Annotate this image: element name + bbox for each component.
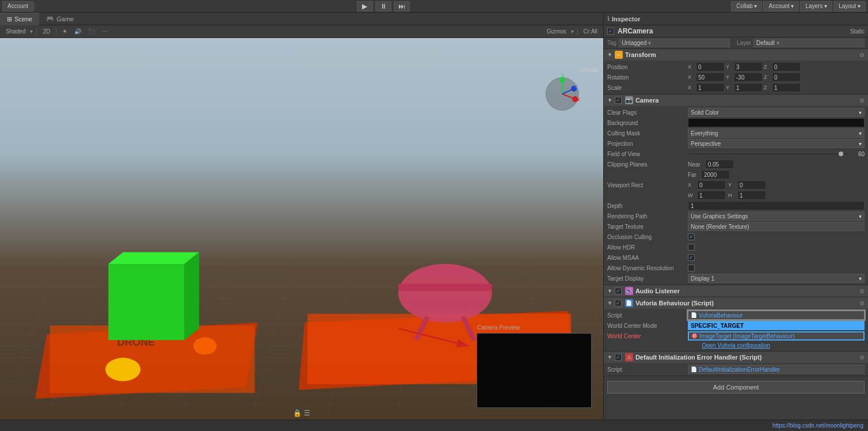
- camera-enable-checkbox[interactable]: ✓: [615, 97, 622, 104]
- collab-btn[interactable]: Collab ▾: [731, 1, 762, 12]
- shade-dropdown-arrow[interactable]: ▾: [30, 28, 33, 35]
- culling-mask-text: Everything: [691, 130, 718, 137]
- transform-component: ▼ ⇔ Transform ⚙ Position X Y: [604, 49, 868, 94]
- hidden-icon[interactable]: ⋯: [100, 28, 110, 35]
- audio-listener-header[interactable]: ▼ ✓ 🔊 Audio Listener ⚙: [604, 285, 868, 297]
- gizmos-arrow[interactable]: ▾: [571, 28, 574, 35]
- sep1: [36, 28, 37, 36]
- error-enable-checkbox[interactable]: ✓: [615, 354, 622, 361]
- scale-label: Scale: [607, 85, 688, 91]
- world-center-ref-field[interactable]: 🎯 ImageTarget (ImageTargetBehaviour): [688, 331, 865, 341]
- layer-value-field[interactable]: Default ▾: [753, 39, 865, 47]
- scene-viewport[interactable]: DRONE: [0, 38, 603, 419]
- pos-y-field[interactable]: [734, 62, 763, 71]
- camera-menu-icon[interactable]: ⚙: [859, 97, 865, 104]
- world-center-mode-field[interactable]: SPECIFIC_TARGET: [688, 321, 865, 330]
- layers-btn[interactable]: Layers ▾: [800, 1, 832, 12]
- occlusion-checkbox[interactable]: [688, 233, 695, 240]
- pos-z-label: Z: [764, 64, 771, 70]
- pos-z-field[interactable]: [772, 62, 801, 71]
- tag-dropdown-arrow[interactable]: ▾: [648, 40, 651, 46]
- add-component-area: Add Component: [604, 376, 868, 398]
- obj-enable-checkbox[interactable]: ✓: [607, 28, 614, 35]
- clear-flags-dropdown[interactable]: Solid Color ▾: [688, 108, 865, 117]
- 2d-toggle[interactable]: 2D: [40, 28, 52, 35]
- settings-icon[interactable]: ☰: [304, 409, 310, 417]
- account-btn2[interactable]: Account ▾: [763, 1, 799, 12]
- rot-y-field[interactable]: [734, 73, 763, 82]
- camera-collapse-arrow[interactable]: ▼: [607, 97, 612, 103]
- fx-icon[interactable]: ⬛: [86, 28, 97, 35]
- svg-line-17: [252, 264, 293, 417]
- shade-mode-dropdown[interactable]: Shaded: [3, 28, 28, 35]
- scale-z-field[interactable]: [772, 83, 801, 92]
- vuforia-collapse-arrow[interactable]: ▼: [607, 300, 612, 306]
- scale-x-field[interactable]: [696, 83, 725, 92]
- vp-x-field[interactable]: [697, 180, 726, 190]
- error-menu-icon[interactable]: ⚙: [859, 354, 865, 361]
- layout-btn[interactable]: Layout ▾: [833, 1, 866, 12]
- dynamic-res-checkbox[interactable]: [688, 264, 695, 271]
- transform-header[interactable]: ▼ ⇔ Transform ⚙: [604, 49, 868, 61]
- projection-dropdown[interactable]: Perspective ▾: [688, 139, 865, 148]
- gizmos-btn[interactable]: Gizmos: [545, 28, 569, 35]
- transform-menu-icon[interactable]: ⚙: [859, 52, 865, 58]
- near-field[interactable]: [705, 160, 734, 169]
- transform-title: Transform: [625, 51, 656, 58]
- culling-mask-dropdown[interactable]: Everything ▾: [688, 128, 865, 138]
- transform-collapse-arrow[interactable]: ▼: [607, 52, 612, 58]
- fov-slider[interactable]: [688, 153, 848, 155]
- vuforia-header[interactable]: ▼ ✓ 📄 Vuforia Behaviour (Script) ⚙: [604, 297, 868, 309]
- error-script-ref[interactable]: 📄 DefaultInitializationErrorHandler: [688, 365, 865, 374]
- sep2: [56, 28, 56, 36]
- error-collapse-arrow[interactable]: ▼: [607, 354, 612, 360]
- camera-preview-title: Camera Preview: [477, 324, 520, 331]
- target-display-value: Display 1 ▾: [688, 274, 865, 283]
- audio-enable-checkbox[interactable]: ✓: [615, 288, 622, 294]
- hdr-checkbox[interactable]: [688, 244, 695, 251]
- step-button[interactable]: ⏭: [394, 1, 410, 12]
- vp-h-field[interactable]: [737, 191, 766, 200]
- lock-icon[interactable]: 🔒: [293, 409, 302, 417]
- target-texture-dropdown[interactable]: None (Render Texture): [688, 222, 865, 231]
- rendering-path-dropdown[interactable]: Use Graphics Settings ▾: [688, 211, 865, 221]
- allow-hdr-label: Allow HDR: [607, 244, 688, 251]
- pause-button[interactable]: ⏸: [375, 1, 391, 12]
- scene-tab[interactable]: ⊞ Scene: [0, 13, 39, 25]
- pos-x-field[interactable]: [696, 62, 725, 71]
- vp-y-field[interactable]: [737, 180, 766, 190]
- vuforia-enable-checkbox[interactable]: ✓: [615, 300, 622, 307]
- inspector-body[interactable]: ✓ ARCamera Static Tag Untagged ▾ Layer D…: [604, 25, 868, 419]
- svg-line-16: [181, 264, 234, 417]
- scale-y-field[interactable]: [734, 83, 763, 92]
- background-color-field[interactable]: [688, 118, 865, 127]
- vuforia-menu-icon[interactable]: ⚙: [859, 300, 865, 307]
- svg-line-20: [469, 264, 474, 417]
- layer-dropdown-arrow[interactable]: ▾: [776, 40, 779, 46]
- camera-header[interactable]: ▼ ✓ 📷 Camera ⚙: [604, 94, 868, 106]
- add-component-button[interactable]: Add Component: [607, 381, 865, 394]
- msaa-checkbox[interactable]: [688, 254, 695, 261]
- search-all-btn[interactable]: Cr:All: [581, 28, 600, 35]
- far-field[interactable]: [701, 170, 730, 179]
- audio-collapse-arrow[interactable]: ▼: [607, 288, 612, 294]
- tag-value-field[interactable]: Untagged ▾: [619, 39, 730, 47]
- error-script-name: DefaultInitializationErrorHandler: [699, 366, 780, 373]
- open-vuforia-link[interactable]: Open Vuforia configuration: [702, 342, 770, 349]
- account-btn[interactable]: Account: [2, 1, 33, 12]
- error-handler-header[interactable]: ▼ ✓ ⚠ Default Initialization Error Handl…: [604, 351, 868, 363]
- rot-z-field[interactable]: [772, 73, 801, 82]
- depth-field[interactable]: [688, 201, 865, 210]
- rendering-path-arrow: ▾: [859, 213, 862, 220]
- light-icon[interactable]: ☀: [60, 28, 70, 35]
- play-button[interactable]: ▶: [357, 1, 373, 12]
- background-value: [688, 118, 865, 127]
- target-display-dropdown[interactable]: Display 1 ▾: [688, 274, 865, 283]
- vp-w-field[interactable]: [697, 191, 726, 200]
- game-tab[interactable]: 🎮 Game: [39, 13, 81, 25]
- svg-line-41: [398, 328, 469, 346]
- audio-icon[interactable]: 🔊: [72, 28, 83, 35]
- vuforia-script-ref[interactable]: 📄 VuforiaBehaviour: [688, 311, 865, 320]
- rot-x-field[interactable]: [696, 73, 725, 82]
- audio-menu-icon[interactable]: ⚙: [859, 288, 865, 294]
